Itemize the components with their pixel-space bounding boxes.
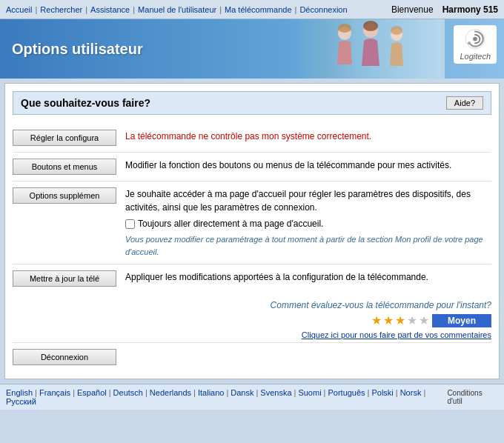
deconnexion-button[interactable]: Déconnexion: [13, 349, 116, 365]
star-5[interactable]: ★: [419, 313, 429, 327]
svg-point-5: [363, 21, 378, 31]
footer-link-norsk[interactable]: Norsk: [400, 388, 422, 397]
footer-separator: |: [423, 388, 425, 397]
checkbox-row: Toujours aller directement à ma page d'a…: [125, 217, 491, 230]
footer-separator: |: [256, 388, 258, 397]
svg-point-8: [473, 37, 477, 41]
footer-link-polski[interactable]: Polski: [371, 388, 393, 397]
header-image: [296, 19, 445, 79]
footer-link-español[interactable]: Español: [77, 388, 107, 397]
update-text: Appliquer les modifications apportées à …: [125, 272, 428, 282]
nav-separator: |: [35, 5, 37, 14]
rating-section: Comment évaluez-vous la télécommande pou…: [13, 293, 491, 342]
deconnexion-row: Déconnexion: [13, 342, 491, 371]
nav-separator: |: [219, 5, 222, 14]
footer-separator: |: [109, 388, 111, 397]
footer-links: English|Français|Español|Deutsch|Nederla…: [6, 388, 447, 406]
top-right-info: Bienvenue Harmony 515: [391, 4, 498, 15]
nav-link-accueil[interactable]: Accueil: [6, 5, 32, 14]
footer-link-svenska[interactable]: Svenska: [260, 388, 291, 397]
regler-config-text: La télécommande ne contrôle pas mon syst…: [125, 131, 371, 141]
header-banner: Options utilisateur: [0, 19, 504, 79]
footer-separator: |: [193, 388, 196, 397]
nav-link-assistance[interactable]: Assistance: [90, 5, 130, 14]
star-2[interactable]: ★: [383, 313, 394, 327]
footer-link-italiano[interactable]: Italiano: [198, 388, 224, 397]
star-4[interactable]: ★: [407, 313, 417, 327]
update-content: Appliquer les modifications apportées à …: [125, 270, 491, 284]
page-title: Options utilisateur: [12, 41, 143, 58]
footer-separator: |: [35, 388, 37, 397]
main-question: Que souhaitez-vous faire?: [21, 97, 150, 109]
svg-point-6: [391, 26, 402, 35]
nav-links: Accueil|Rechercher|Assistance|Manuel de …: [6, 5, 348, 14]
main-content: Que souhaitez-vous faire? Aide? Régler l…: [4, 83, 500, 379]
top-navigation: Accueil|Rechercher|Assistance|Manuel de …: [0, 0, 504, 19]
italic-note: Vous pouvez modifier ce paramétrage à to…: [125, 233, 491, 258]
product-name: Harmony 515: [442, 4, 498, 15]
footer-link-dansk[interactable]: Dansk: [231, 388, 253, 397]
boutons-menus-button[interactable]: Boutons et menus: [13, 159, 116, 175]
nav-link-deconnexion-nav[interactable]: Déconnexion: [299, 5, 347, 14]
footer-link-français[interactable]: Français: [39, 388, 70, 397]
nav-separator: |: [133, 5, 135, 14]
rating-label[interactable]: Moyen: [432, 314, 491, 327]
option-row-boutons: Boutons et menus Modifier la fonction de…: [13, 153, 491, 181]
nav-separator: |: [85, 5, 87, 14]
feedback-link[interactable]: Cliquez ici pour nous faire part de vos …: [302, 330, 491, 339]
option-row-regler: Régler la configura La télécommande ne c…: [13, 124, 491, 153]
nav-link-ma-telecommande[interactable]: Ma télécommande: [225, 5, 292, 14]
logitech-icon: [462, 28, 488, 52]
footer-link-русский[interactable]: Русский: [6, 397, 36, 406]
footer-link-nederlands[interactable]: Nederlands: [150, 388, 191, 397]
options-section: Régler la configura La télécommande ne c…: [13, 124, 491, 293]
regler-config-button[interactable]: Régler la configura: [13, 130, 116, 146]
star-1[interactable]: ★: [371, 313, 382, 327]
welcome-label: Bienvenue: [391, 4, 434, 15]
star-3[interactable]: ★: [395, 313, 405, 327]
footer-link-português[interactable]: Português: [328, 388, 365, 397]
options-suppl-text: Je souhaite accéder à ma page d'accueil …: [125, 189, 471, 213]
footer-separator: |: [226, 388, 228, 397]
footer-link-deutsch[interactable]: Deutsch: [113, 388, 143, 397]
logitech-logo: Logitech: [454, 25, 497, 64]
header-decorative-art: [300, 20, 441, 78]
svg-point-9: [468, 41, 471, 44]
question-bar: Que souhaitez-vous faire? Aide?: [13, 91, 491, 115]
logitech-label: Logitech: [460, 52, 491, 61]
footer-separator: |: [368, 388, 370, 397]
homepage-checkbox[interactable]: [125, 219, 135, 229]
footer-separator: |: [73, 388, 75, 397]
svg-point-4: [338, 24, 351, 33]
conditions-link[interactable]: Conditions d'util: [447, 389, 498, 405]
stars-container[interactable]: ★★★★★: [371, 313, 429, 327]
footer-separator: |: [396, 388, 398, 397]
footer-link-suomi[interactable]: Suomi: [298, 388, 321, 397]
boutons-menus-text: Modifier la fonction des boutons ou menu…: [125, 160, 451, 170]
option-row-update: Mettre à jour la télé Appliquer les modi…: [13, 264, 491, 293]
nav-separator: |: [295, 5, 297, 14]
rating-question: Comment évaluez-vous la télécommande pou…: [271, 300, 491, 310]
footer-link-english[interactable]: English: [6, 388, 33, 397]
boutons-menus-content: Modifier la fonction des boutons ou menu…: [125, 159, 491, 172]
option-row-suppl: Options supplémen Je souhaite accéder à …: [13, 181, 491, 264]
footer-separator: |: [324, 388, 326, 397]
options-suppl-content: Je souhaite accéder à ma page d'accueil …: [125, 187, 491, 258]
update-button[interactable]: Mettre à jour la télé: [13, 270, 116, 287]
rating-row: ★★★★★ Moyen: [371, 313, 491, 327]
nav-link-rechercher[interactable]: Rechercher: [40, 5, 82, 14]
options-suppl-button[interactable]: Options supplémen: [13, 187, 116, 204]
checkbox-label: Toujours aller directement à ma page d'a…: [138, 217, 323, 230]
nav-link-manuel[interactable]: Manuel de l'utilisateur: [138, 5, 216, 14]
footer-separator: |: [294, 388, 296, 397]
footer-separator: |: [145, 388, 147, 397]
regler-config-content: La télécommande ne contrôle pas mon syst…: [125, 130, 491, 143]
aide-button[interactable]: Aide?: [446, 96, 483, 110]
footer: English|Français|Español|Deutsch|Nederla…: [0, 384, 504, 410]
